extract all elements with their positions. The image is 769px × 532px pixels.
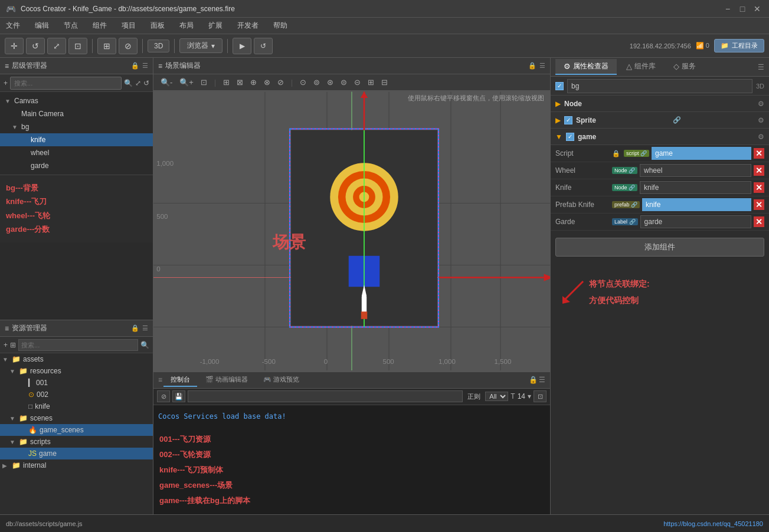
prefab-knife-delete[interactable]: ✕	[754, 199, 764, 210]
scene-snap3[interactable]: ⊗	[261, 77, 273, 88]
asset-resources[interactable]: ▼ 📁 resources	[0, 365, 153, 377]
console-menu[interactable]: ☰	[539, 376, 545, 384]
toolbar-browser[interactable]: 浏览器 ▾	[179, 38, 222, 53]
tree-item-maincamera[interactable]: Main Camera	[0, 107, 153, 120]
log-level-select[interactable]: All	[485, 392, 508, 401]
tab-animation[interactable]: 🎬 动画编辑器	[198, 373, 255, 387]
menu-extend[interactable]: 扩展	[205, 19, 225, 32]
refresh-icon[interactable]: ↺	[143, 79, 149, 87]
menu-panel[interactable]: 面板	[148, 19, 168, 32]
scene-canvas[interactable]: 1,000 500 0 -1,000 -500 0 500 1,000 1,50…	[153, 91, 550, 372]
close-button[interactable]: ✕	[751, 3, 763, 15]
hierarchy-menu[interactable]: ☰	[142, 62, 148, 70]
assets-search[interactable]	[18, 339, 138, 351]
garde-delete[interactable]: ✕	[754, 216, 764, 227]
menu-node[interactable]: 节点	[61, 19, 81, 32]
refresh-button[interactable]: ↺	[254, 38, 273, 54]
scene-3d[interactable]: ⊟	[379, 77, 390, 88]
wheel-delete[interactable]: ✕	[754, 165, 764, 176]
scene-grid[interactable]: ⊞	[221, 77, 232, 88]
script-value-input[interactable]	[652, 147, 751, 160]
console-save[interactable]: 💾	[172, 390, 185, 402]
scene-zoom-in[interactable]: 🔍+	[177, 77, 196, 88]
tree-item-bg[interactable]: ▼ bg	[0, 120, 153, 133]
asset-scenes[interactable]: ▼ 📁 scenes	[0, 412, 153, 424]
garde-value-input[interactable]	[640, 215, 751, 228]
game-section-gear[interactable]: ⚙	[758, 133, 764, 141]
search-icon[interactable]: 🔍	[124, 79, 133, 87]
scene-align1[interactable]: ⊙	[297, 77, 309, 88]
toolbar-align[interactable]: ⊘	[119, 38, 138, 54]
scene-zoom-out[interactable]: 🔍-	[158, 77, 175, 88]
hierarchy-lock[interactable]: 🔒	[131, 62, 139, 70]
console-expand[interactable]: ⊡	[534, 390, 547, 402]
scene-snap2[interactable]: ⊕	[248, 77, 259, 88]
toolbar-rotate[interactable]: ↺	[26, 38, 45, 54]
assets-add[interactable]: +	[4, 341, 8, 349]
tab-properties[interactable]: ⚙ 属性检查器	[555, 59, 617, 75]
asset-002[interactable]: ⊙ 002	[0, 389, 153, 400]
tree-item-canvas[interactable]: ▼ Canvas	[0, 94, 153, 107]
asset-scripts[interactable]: ▼ 📁 scripts	[0, 436, 153, 448]
toolbar-snap[interactable]: ⊞	[97, 38, 116, 54]
menu-layout[interactable]: 布局	[176, 19, 197, 32]
scene-fit[interactable]: ⊡	[198, 77, 210, 88]
toolbar-scale[interactable]: ⤢	[47, 38, 66, 54]
console-lock[interactable]: 🔒	[529, 376, 538, 384]
sprite-active-checkbox[interactable]: ✓	[564, 116, 572, 124]
scene-align3[interactable]: ⊛	[325, 77, 336, 88]
node-section-header[interactable]: ▶ Node ⚙	[551, 96, 769, 112]
console-filter-input[interactable]	[188, 390, 463, 402]
tree-item-knife[interactable]: knife	[0, 133, 153, 146]
project-button[interactable]: 📁 工程目录	[714, 39, 764, 52]
console-clear[interactable]: ⊘	[157, 390, 170, 402]
play-button[interactable]: ▶	[233, 38, 251, 54]
scene-view[interactable]: 使用鼠标右键平移视窗焦点，使用滚轮缩放视图	[153, 91, 550, 372]
tab-services[interactable]: ◇ 服务	[665, 59, 704, 75]
asset-knife[interactable]: □ knife	[0, 400, 153, 412]
sprite-link[interactable]: 🔗	[673, 116, 681, 124]
asset-001[interactable]: ▎ 001	[0, 377, 153, 389]
assets-sort[interactable]: ⊞	[10, 341, 16, 349]
assets-search-icon[interactable]: 🔍	[140, 341, 149, 349]
scene-lock[interactable]: 🔒	[528, 62, 536, 70]
tab-preview[interactable]: 🎮 游戏预览	[256, 373, 306, 387]
knife-delete[interactable]: ✕	[754, 182, 764, 193]
menu-developer[interactable]: 开发者	[234, 19, 261, 32]
assets-lock[interactable]: 🔒	[131, 324, 139, 332]
minimize-button[interactable]: −	[722, 3, 734, 15]
hierarchy-add[interactable]: +	[4, 79, 8, 87]
scene-snap4[interactable]: ⊘	[275, 77, 286, 88]
asset-assets[interactable]: ▼ 📁 assets	[0, 353, 153, 365]
menu-component[interactable]: 组件	[90, 19, 110, 32]
scene-menu[interactable]: ☰	[539, 62, 545, 70]
script-delete[interactable]: ✕	[754, 148, 764, 159]
toolbar-rect[interactable]: ⊡	[68, 38, 87, 54]
prefab-knife-value-input[interactable]	[642, 198, 751, 211]
node-active-checkbox[interactable]: ✓	[555, 82, 564, 90]
game-active-checkbox[interactable]: ✓	[566, 133, 574, 141]
sprite-section-gear[interactable]: ⚙	[758, 116, 764, 124]
wheel-value-input[interactable]	[640, 164, 751, 177]
hierarchy-search[interactable]	[10, 77, 122, 90]
node-section-gear[interactable]: ⚙	[758, 100, 764, 108]
tree-item-wheel[interactable]: wheel	[0, 146, 153, 159]
tree-item-garde[interactable]: garde	[0, 159, 153, 172]
maximize-button[interactable]: □	[737, 3, 748, 15]
asset-internal[interactable]: ▶ 📁 internal	[0, 459, 153, 471]
scene-align5[interactable]: ⊝	[352, 77, 363, 88]
scene-align6[interactable]: ⊞	[365, 77, 377, 88]
menu-edit[interactable]: 编辑	[32, 19, 52, 32]
node-name-input[interactable]	[567, 79, 752, 93]
expand-icon[interactable]: ⤢	[135, 79, 141, 87]
tab-console[interactable]: 控制台	[163, 373, 197, 387]
scene-snap1[interactable]: ⊠	[234, 77, 246, 88]
toolbar-move[interactable]: ✛	[5, 38, 24, 54]
properties-menu[interactable]: ☰	[758, 63, 764, 71]
menu-help[interactable]: 帮助	[270, 19, 290, 32]
menu-project[interactable]: 项目	[119, 19, 139, 32]
tab-components[interactable]: △ 组件库	[618, 59, 664, 75]
assets-menu[interactable]: ☰	[142, 324, 148, 332]
add-component-button[interactable]: 添加组件	[555, 238, 764, 257]
scene-align2[interactable]: ⊚	[311, 77, 322, 88]
